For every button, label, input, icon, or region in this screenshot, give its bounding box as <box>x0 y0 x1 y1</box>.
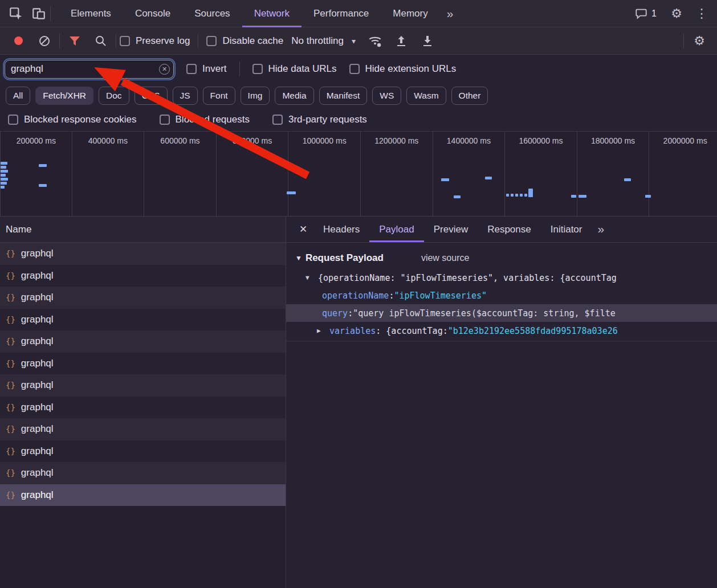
xhr-braces-icon: {} <box>6 337 15 346</box>
xhr-braces-icon: {} <box>6 468 15 477</box>
table-row[interactable]: {}graphql <box>0 462 286 484</box>
table-row[interactable]: {}graphql <box>0 484 286 507</box>
filter-chip-manifest[interactable]: Manifest <box>319 87 368 105</box>
checkbox-blocked-response-cookies[interactable]: Blocked response cookies <box>8 114 137 125</box>
code-segment: "b12e3b2192ee5588fdad995178a03e26 <box>448 326 618 336</box>
tree-toggle-icon[interactable]: ▶ <box>317 327 329 334</box>
detail-tab-preview[interactable]: Preview <box>424 217 478 242</box>
export-har-icon[interactable] <box>416 30 439 52</box>
clear-filter-icon[interactable]: ✕ <box>159 64 170 75</box>
network-conditions-icon[interactable] <box>364 30 386 52</box>
network-main: Name {}graphql{}graphql{}graphql{}graphq… <box>0 217 717 588</box>
table-row[interactable]: {}graphql <box>0 397 286 419</box>
checkbox-3rd-party-requests[interactable]: 3rd-party requests <box>272 114 367 125</box>
filter-chip-media[interactable]: Media <box>275 87 313 105</box>
payload-line[interactable]: ▼{operationName: "ipFlowTimeseries", var… <box>286 269 717 287</box>
filter-chip-ws[interactable]: WS <box>372 87 401 105</box>
xhr-braces-icon: {} <box>6 491 15 500</box>
network-settings-gear-icon[interactable]: ⚙ <box>689 34 710 48</box>
filter-chip-js[interactable]: JS <box>173 87 198 105</box>
detail-tab-initiator[interactable]: Initiator <box>541 217 592 242</box>
table-row[interactable]: {}graphql <box>0 243 286 265</box>
table-row[interactable]: {}graphql <box>0 309 286 331</box>
payload-tree: ▼{operationName: "ipFlowTimeseries", var… <box>286 269 717 341</box>
tree-toggle-icon[interactable]: ▼ <box>305 274 318 281</box>
settings-gear-icon[interactable]: ⚙ <box>666 6 687 21</box>
divider <box>50 6 51 21</box>
payload-line[interactable]: operationName: "ipFlowTimeseries" <box>286 287 717 304</box>
record-network-log-icon[interactable] <box>7 30 30 52</box>
issues-count: 1 <box>651 9 657 19</box>
filter-chip-css[interactable]: CSS <box>135 87 168 105</box>
divider <box>683 34 684 48</box>
more-tabs-icon[interactable]: » <box>440 1 461 27</box>
waterfall-mark <box>511 194 514 197</box>
waterfall-mark <box>39 164 47 167</box>
timeline-column: 2000000 ms <box>649 132 717 216</box>
payload-line[interactable]: query: "query ipFlowTimeseries($accountT… <box>286 304 717 322</box>
view-source-link[interactable]: view source <box>421 253 469 263</box>
tab-elements[interactable]: Elements <box>59 0 123 27</box>
waterfall-mark <box>485 177 492 179</box>
device-toolbar-icon[interactable] <box>27 2 50 25</box>
table-row[interactable]: {}graphql <box>0 287 286 309</box>
request-name: graphql <box>21 379 54 391</box>
clear-network-log-icon[interactable] <box>33 30 56 52</box>
table-row[interactable]: {}graphql <box>0 353 286 375</box>
checkbox-box <box>186 64 197 74</box>
xhr-braces-icon: {} <box>6 381 15 390</box>
hide-extension-urls-checkbox[interactable]: Hide extension URLs <box>349 63 457 75</box>
import-har-icon[interactable] <box>390 30 413 52</box>
timeline-column: 600000 ms <box>144 132 217 216</box>
timeline-column: 1200000 ms <box>361 132 433 216</box>
timeline-column: 800000 ms <box>217 132 289 216</box>
filter-input[interactable] <box>5 60 174 79</box>
filter-chip-img[interactable]: Img <box>241 87 270 105</box>
table-row[interactable]: {}graphql <box>0 418 286 440</box>
waterfall-mark <box>1 166 6 169</box>
preserve-log-checkbox[interactable]: Preserve log <box>120 35 190 47</box>
tab-network[interactable]: Network <box>242 0 302 27</box>
table-row[interactable]: {}graphql <box>0 440 286 463</box>
waterfall-mark <box>39 184 47 187</box>
waterfall-mark <box>506 194 509 197</box>
filter-chip-fetch-xhr[interactable]: Fetch/XHR <box>35 87 93 105</box>
menu-dots-icon[interactable]: ⋮ <box>691 6 712 21</box>
search-icon[interactable] <box>89 30 112 52</box>
checkbox-blocked-requests[interactable]: Blocked requests <box>160 114 250 125</box>
table-row[interactable]: {}graphql <box>0 265 286 287</box>
timeline-overview[interactable]: 200000 ms400000 ms600000 ms800000 ms1000… <box>0 131 717 217</box>
xhr-braces-icon: {} <box>6 403 15 412</box>
waterfall-mark <box>1 162 7 165</box>
throttling-select[interactable]: No throttling ▾ <box>287 35 360 47</box>
tab-memory[interactable]: Memory <box>381 0 439 27</box>
hide-data-urls-checkbox[interactable]: Hide data URLs <box>252 63 337 75</box>
disable-cache-checkbox[interactable]: Disable cache <box>206 35 283 47</box>
filter-chip-doc[interactable]: Doc <box>99 87 129 105</box>
waterfall-mark <box>579 195 586 198</box>
request-name: graphql <box>21 292 54 303</box>
filter-chip-all[interactable]: All <box>6 87 30 105</box>
code-segment: query <box>322 308 348 318</box>
inspect-element-icon[interactable] <box>5 2 27 25</box>
section-collapse-icon[interactable]: ▼ <box>295 254 302 262</box>
filter-chip-wasm[interactable]: Wasm <box>406 87 446 105</box>
detail-tab-response[interactable]: Response <box>478 217 541 242</box>
name-column-header[interactable]: Name <box>0 217 286 243</box>
filter-chip-font[interactable]: Font <box>203 87 235 105</box>
table-row[interactable]: {}graphql <box>0 374 286 397</box>
section-title: Request Payload <box>305 252 384 264</box>
tab-performance[interactable]: Performance <box>302 0 381 27</box>
detail-tab-headers[interactable]: Headers <box>313 217 369 242</box>
filter-chip-other[interactable]: Other <box>451 87 488 105</box>
table-row[interactable]: {}graphql <box>0 330 286 353</box>
payload-line[interactable]: ▶variables: {accountTag: "b12e3b2192ee55… <box>286 322 717 340</box>
tab-console[interactable]: Console <box>123 0 182 27</box>
filter-funnel-icon[interactable] <box>63 30 86 52</box>
more-detail-tabs-icon[interactable]: » <box>592 217 610 242</box>
detail-tab-payload[interactable]: Payload <box>369 217 423 242</box>
invert-checkbox[interactable]: Invert <box>186 63 227 75</box>
tab-sources[interactable]: Sources <box>182 0 242 27</box>
issues-button[interactable]: 1 <box>629 7 662 20</box>
close-icon[interactable]: ✕ <box>293 217 313 242</box>
